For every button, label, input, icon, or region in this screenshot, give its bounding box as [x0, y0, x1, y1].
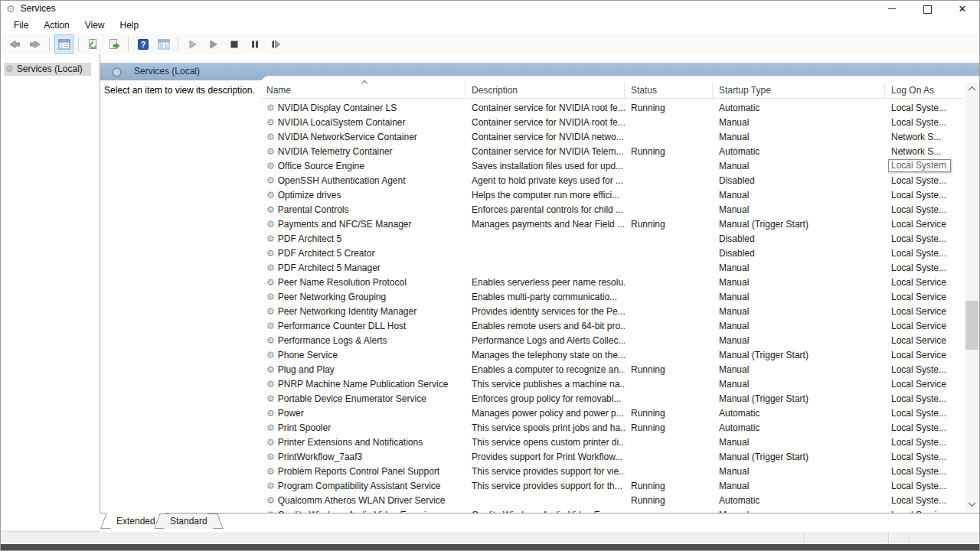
service-logon-as: Local Syste...: [885, 466, 959, 477]
column-header-startup-type[interactable]: Startup Type: [713, 83, 885, 98]
restart-service-button[interactable]: [266, 34, 285, 54]
service-gear-icon: ⚙: [266, 147, 275, 156]
service-name: PDF Architect 5: [278, 233, 341, 244]
service-row[interactable]: ⚙Portable Device Enumerator Service Enfo…: [260, 391, 964, 406]
service-logon-value: Local Syste...: [891, 204, 946, 215]
service-name: Power: [278, 408, 304, 419]
service-gear-icon: ⚙: [266, 292, 275, 302]
pause-service-button[interactable]: [245, 34, 264, 54]
service-gear-icon: ⚙: [266, 132, 275, 142]
service-row[interactable]: ⚙Parental Controls Enforces parental con…: [260, 202, 964, 217]
minimize-button[interactable]: [874, 0, 910, 17]
status-bar-separator: [804, 533, 805, 543]
forward-button[interactable]: [25, 34, 44, 54]
service-row[interactable]: ⚙PDF Architect 5 Disabled Local Syste...: [260, 231, 964, 246]
service-status: Running: [625, 219, 713, 230]
service-startup-type: Manual: [713, 117, 885, 128]
service-logon-value: Local Syste...: [891, 364, 946, 375]
svg-text:?: ?: [140, 40, 145, 49]
service-gear-icon: ⚙: [266, 220, 275, 229]
toolbar-separator: [128, 37, 129, 51]
service-logon-value: Local Syste...: [891, 103, 946, 113]
back-arrow-icon: [8, 38, 21, 51]
scrollbar-thumb[interactable]: [965, 301, 978, 350]
tree-item-services-local[interactable]: ⚙ Services (Local): [4, 63, 91, 76]
service-gear-icon: ⚙: [266, 380, 275, 389]
menu-file[interactable]: File: [6, 18, 36, 32]
service-row[interactable]: ⚙Problem Reports Control Panel Support T…: [260, 464, 964, 478]
tab-standard[interactable]: Standard: [162, 514, 215, 529]
close-button[interactable]: ✕: [945, 0, 980, 17]
menu-view[interactable]: View: [77, 18, 113, 32]
service-row[interactable]: ⚙Printer Extensions and Notifications Th…: [260, 435, 964, 449]
service-startup-type: Manual (Trigger Start): [713, 350, 885, 360]
resume-service-button[interactable]: [204, 34, 223, 54]
service-gear-icon: ⚙: [266, 191, 275, 200]
service-row[interactable]: ⚙Performance Logs & Alerts Performance L…: [260, 333, 964, 347]
service-row[interactable]: ⚙Peer Networking Identity Manager Provid…: [260, 304, 964, 318]
service-row[interactable]: ⚙PNRP Machine Name Publication Service T…: [260, 377, 964, 391]
status-bar: [0, 531, 980, 544]
service-logon-value: Local Syste...: [891, 408, 946, 419]
service-gear-icon: ⚙: [266, 263, 275, 272]
service-startup-type: Manual: [713, 161, 885, 171]
scroll-down-arrow[interactable]: [965, 497, 978, 510]
column-header-status[interactable]: Status: [625, 83, 713, 98]
show-console-tree-button[interactable]: [54, 34, 74, 54]
service-logon-value: Local Syste...: [891, 262, 946, 273]
service-description: Provides identity services for the Pe...: [466, 306, 625, 317]
service-name: Print Spooler: [278, 422, 331, 433]
service-gear-icon: ⚙: [266, 438, 275, 447]
service-startup-type: Manual: [713, 190, 885, 201]
service-row[interactable]: ⚙PrintWorkflow_7aaf3 Provides support fo…: [260, 449, 964, 464]
service-startup-type: Manual: [713, 292, 885, 302]
service-name: Portable Device Enumerator Service: [278, 393, 426, 404]
service-row[interactable]: ⚙NVIDIA LocalSystem Container Container …: [260, 115, 964, 129]
properties-button[interactable]: [154, 34, 173, 54]
service-row[interactable]: ⚙Program Compatibility Assistant Service…: [260, 478, 964, 493]
restore-button[interactable]: [910, 0, 945, 17]
service-description: Enforces parental controls for child ...: [466, 204, 625, 215]
column-header-log-on-as[interactable]: Log On As: [885, 83, 959, 98]
service-description: Container service for NVIDIA netwo...: [466, 132, 625, 142]
service-name: Performance Logs & Alerts: [278, 335, 387, 346]
service-row[interactable]: ⚙Power Manages power policy and power p.…: [260, 406, 964, 420]
menu-help[interactable]: Help: [113, 18, 147, 32]
service-row[interactable]: ⚙Qualcomm Atheros WLAN Driver Service Ru…: [260, 493, 964, 507]
service-description: Container service for NVIDIA root fe...: [466, 103, 625, 113]
service-logon-value: Local Service: [891, 277, 946, 288]
scroll-up-arrow[interactable]: [965, 83, 978, 96]
service-row[interactable]: ⚙PDF Architect 5 Creator Disabled Local …: [260, 246, 964, 260]
menu-action[interactable]: Action: [36, 18, 77, 32]
stop-service-icon: [230, 40, 239, 49]
service-startup-type: Automatic: [713, 103, 885, 113]
service-row[interactable]: ⚙PDF Architect 5 Manager Manual Local Sy…: [260, 260, 964, 275]
stop-service-button[interactable]: [224, 34, 243, 54]
service-row[interactable]: ⚙Office Source Engine Saves installation…: [260, 158, 964, 173]
service-row[interactable]: ⚙Performance Counter DLL Host Enables re…: [260, 318, 964, 333]
vertical-scrollbar[interactable]: [965, 83, 978, 510]
column-header-description[interactable]: Description: [466, 83, 625, 98]
service-row[interactable]: ⚙Print Spooler This service spools print…: [260, 420, 964, 435]
service-row[interactable]: ⚙Payments and NFC/SE Manager Manages pay…: [260, 217, 964, 231]
refresh-button[interactable]: [83, 34, 103, 54]
service-row[interactable]: ⚙Optimize drives Helps the computer run …: [260, 187, 964, 202]
service-row[interactable]: ⚙NVIDIA Display Container LS Container s…: [260, 100, 964, 115]
help-button[interactable]: ?: [133, 34, 152, 54]
service-startup-type: Manual: [713, 132, 885, 142]
service-logon-as: Local Service: [885, 379, 959, 390]
service-row[interactable]: ⚙Peer Networking Grouping Enables multi-…: [260, 289, 964, 304]
service-startup-type: Manual: [713, 335, 885, 346]
service-description: This service spools print jobs and ha...: [466, 422, 625, 433]
service-row[interactable]: ⚙Phone Service Manages the telephony sta…: [260, 347, 964, 362]
service-row[interactable]: ⚙Peer Name Resolution Protocol Enables s…: [260, 275, 964, 289]
back-button[interactable]: [5, 34, 24, 54]
start-service-button[interactable]: [183, 34, 202, 54]
service-row[interactable]: ⚙NVIDIA Telemetry Container Container se…: [260, 144, 964, 158]
service-row[interactable]: ⚙OpenSSH Authentication Agent Agent to h…: [260, 173, 964, 187]
service-row[interactable]: ⚙Plug and Play Enables a computer to rec…: [260, 362, 964, 377]
service-logon-value: Local Syste...: [891, 393, 946, 404]
service-row[interactable]: ⚙NVIDIA NetworkService Container Contain…: [260, 129, 964, 144]
export-list-button[interactable]: [104, 34, 123, 54]
refresh-icon: [87, 38, 100, 51]
